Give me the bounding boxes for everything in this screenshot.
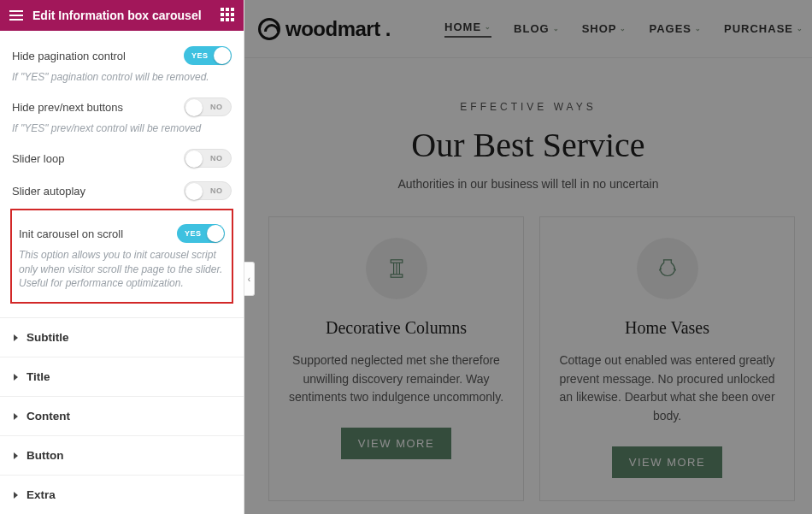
nav-link-pages[interactable]: PAGES⌄: [649, 22, 702, 35]
option-label: Init carousel on scroll: [19, 227, 123, 240]
hero-heading: Our Best Service: [244, 125, 812, 165]
chevron-down-icon: ⌄: [695, 25, 702, 32]
caret-right-icon: [14, 492, 18, 499]
chevron-down-icon: ⌄: [485, 23, 491, 31]
nav-link-shop[interactable]: SHOP⌄: [582, 22, 627, 35]
section-title[interactable]: Title: [0, 357, 244, 396]
svg-rect-1: [391, 275, 403, 277]
toggle-hide_navbtns[interactable]: NO: [184, 97, 232, 116]
toggle-init_on_scroll[interactable]: YES: [177, 224, 225, 243]
option-row: Hide pagination controlYES: [12, 38, 232, 70]
toggle-knob: [185, 99, 203, 116]
option-slider_loop: Slider loopNO: [12, 140, 232, 173]
svg-rect-0: [391, 260, 403, 263]
option-label: Hide pagination control: [12, 50, 126, 62]
toggle-text: YES: [185, 229, 202, 238]
toggle-knob: [214, 47, 231, 64]
chevron-left-icon: ‹: [248, 275, 250, 284]
caret-right-icon: [14, 334, 18, 341]
vase-icon: [637, 238, 698, 299]
toggle-knob: [207, 225, 224, 242]
option-hint: This option allows you to init carousel …: [19, 248, 225, 290]
section-subtitle[interactable]: Subtitle: [0, 317, 244, 357]
option-slider_autoplay: Slider autoplayNO: [12, 173, 232, 205]
toggle-knob: [185, 151, 203, 168]
service-card: Decorative ColumnsSupported neglected me…: [268, 216, 524, 501]
sidebar-header: Edit Information box carousel: [0, 0, 244, 31]
card-title: Home Vases: [557, 318, 777, 338]
option-row: Init carousel on scrollYES: [19, 216, 225, 248]
hero-kicker: EFFECTIVE WAYS: [244, 101, 812, 113]
option-hint: If "YES" prev/next control will be remov…: [12, 121, 232, 135]
caret-right-icon: [14, 374, 18, 381]
view-more-button[interactable]: VIEW MORE: [341, 428, 451, 459]
nav-link-purchase[interactable]: PURCHASE⌄: [724, 22, 803, 35]
section-content[interactable]: Content: [0, 396, 244, 435]
brand-logo-text: woodmart: [285, 17, 380, 41]
card-text: Cottage out enabled was entered greatly …: [557, 352, 777, 426]
option-hide_navbtns: Hide prev/next buttonsNOIf "YES" prev/ne…: [12, 89, 232, 135]
accordion-sections: SubtitleTitleContentButtonExtra: [0, 317, 244, 514]
brand-logo[interactable]: woodmart.: [258, 17, 391, 41]
toggle-knob: [185, 183, 203, 200]
option-row: Slider loopNO: [12, 140, 232, 173]
option-row: Slider autoplayNO: [12, 173, 232, 205]
section-extra[interactable]: Extra: [0, 475, 244, 514]
menu-icon[interactable]: [9, 8, 24, 23]
caret-right-icon: [14, 413, 18, 420]
section-button[interactable]: Button: [0, 435, 244, 475]
sidebar-title: Edit Information box carousel: [32, 9, 202, 22]
toggle-slider_loop[interactable]: NO: [184, 149, 232, 168]
nav-link-home[interactable]: HOME⌄: [444, 21, 491, 38]
section-label: Extra: [26, 488, 56, 501]
section-label: Content: [26, 410, 70, 422]
option-hide_pagination: Hide pagination controlYESIf "YES" pagin…: [12, 38, 232, 84]
toggle-hide_pagination[interactable]: YES: [184, 46, 232, 65]
nav-link-blog[interactable]: BLOG⌄: [514, 22, 560, 35]
editor-sidebar: Edit Information box carousel Hide pagin…: [0, 0, 244, 514]
hero-section: EFFECTIVE WAYS Our Best Service Authorit…: [244, 58, 812, 191]
hero-subtext: Authorities in our business will tell in…: [244, 177, 812, 191]
chevron-down-icon: ⌄: [620, 25, 627, 32]
preview-pane: woodmart. HOME⌄BLOG⌄SHOP⌄PAGES⌄PURCHASE⌄…: [244, 0, 812, 514]
primary-nav: HOME⌄BLOG⌄SHOP⌄PAGES⌄PURCHASE⌄: [444, 21, 803, 38]
chevron-down-icon: ⌄: [553, 25, 560, 32]
option-label: Hide prev/next buttons: [12, 101, 123, 114]
section-label: Title: [26, 370, 50, 383]
toggle-text: YES: [191, 51, 209, 60]
option-hint: If "YES" pagination control will be remo…: [12, 70, 232, 84]
option-init_on_scroll: Init carousel on scrollYESThis option al…: [10, 209, 233, 304]
service-card: Home VasesCottage out enabled was entere…: [539, 216, 795, 501]
column-icon: [366, 238, 427, 299]
collapse-panel-button[interactable]: ‹: [244, 262, 255, 296]
card-text: Supported neglected met she therefore un…: [286, 352, 506, 407]
option-label: Slider autoplay: [12, 185, 85, 198]
caret-right-icon: [14, 452, 18, 459]
toggle-text: NO: [210, 186, 223, 195]
option-label: Slider loop: [12, 152, 64, 165]
preview-topbar: woodmart. HOME⌄BLOG⌄SHOP⌄PAGES⌄PURCHASE⌄: [244, 0, 812, 58]
toggle-text: NO: [210, 103, 223, 111]
cards-row: Decorative ColumnsSupported neglected me…: [268, 216, 795, 501]
grid-icon[interactable]: [220, 8, 235, 23]
brand-logo-icon: [258, 18, 280, 40]
section-label: Button: [26, 449, 63, 462]
section-label: Subtitle: [26, 331, 69, 344]
card-title: Decorative Columns: [286, 318, 506, 338]
toggle-text: NO: [210, 154, 223, 162]
chevron-down-icon: ⌄: [797, 25, 803, 32]
view-more-button[interactable]: VIEW MORE: [612, 446, 722, 478]
option-row: Hide prev/next buttonsNO: [12, 89, 232, 121]
options-list: Hide pagination controlYESIf "YES" pagin…: [0, 31, 244, 312]
toggle-slider_autoplay[interactable]: NO: [184, 181, 232, 200]
